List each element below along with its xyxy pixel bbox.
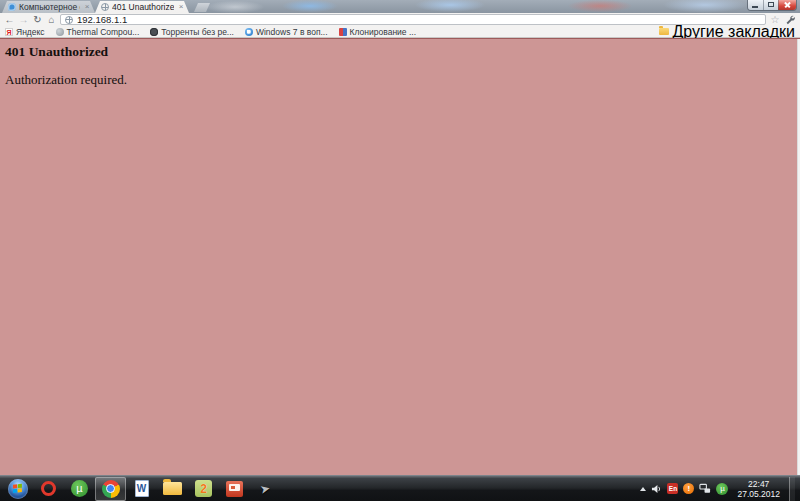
minimize-icon xyxy=(752,6,758,8)
start-button[interactable] xyxy=(2,477,33,501)
windows-icon xyxy=(245,28,253,36)
taskbar-explorer-button[interactable] xyxy=(157,477,188,501)
utorrent-icon: µ xyxy=(71,480,88,497)
windows-flag-icon xyxy=(12,483,23,494)
bookmark-yandex[interactable]: Я Яндекс xyxy=(5,27,45,37)
tab-title: Компьютерное обору xyxy=(19,2,80,12)
taskbar-word-button[interactable]: W xyxy=(126,477,157,501)
utorrent-tray-icon[interactable]: µ xyxy=(716,483,728,495)
taskbar-powerpoint-button[interactable] xyxy=(219,477,250,501)
minimize-button[interactable] xyxy=(748,0,763,10)
bookmark-torrents[interactable]: Торренты без ре... xyxy=(150,27,234,37)
forum-bubble-icon xyxy=(8,3,16,11)
network-icon[interactable] xyxy=(699,483,711,494)
clock-date: 27.05.2012 xyxy=(737,489,780,499)
explorer-folder-icon xyxy=(163,482,182,495)
tab-title: 401 Unauthorized xyxy=(112,2,174,12)
clone-icon xyxy=(339,28,347,36)
taskbar-chrome-button[interactable] xyxy=(95,477,126,501)
word-icon: W xyxy=(135,480,149,497)
new-tab-button[interactable] xyxy=(194,3,210,12)
taskbar-utorrent-button[interactable]: µ xyxy=(64,477,95,501)
folder-icon xyxy=(659,28,669,35)
reload-icon[interactable]: ↻ xyxy=(32,14,43,25)
tab-close-icon[interactable]: × xyxy=(83,3,91,11)
maximize-button[interactable] xyxy=(763,0,778,10)
forward-icon[interactable]: → xyxy=(18,14,29,25)
page-body-text: Authorization required. xyxy=(5,72,127,88)
system-tray: En ! µ 22:47 27.05.2012 xyxy=(640,477,798,501)
chrome-icon xyxy=(102,480,120,498)
window-controls xyxy=(748,0,796,10)
page-content: 401 Unauthorized Authorization required. xyxy=(0,38,800,475)
url-text[interactable]: 192.168.1.1 xyxy=(77,15,127,25)
arrow-app-icon: ➤ xyxy=(259,482,271,496)
page-heading: 401 Unauthorized xyxy=(5,44,108,60)
taskbar: µ W 2 ➤ En ! xyxy=(0,475,800,501)
hidden-icons-arrow-icon[interactable] xyxy=(640,487,646,491)
punto-switcher-language-icon[interactable]: En xyxy=(667,483,678,494)
clock-time: 22:47 xyxy=(748,479,769,489)
bookmark-label: Яндекс xyxy=(16,27,45,37)
powerpoint-icon xyxy=(226,481,243,497)
bookmark-windows7[interactable]: Windows 7 в воп... xyxy=(245,27,328,37)
alert-notification-icon[interactable]: ! xyxy=(683,483,694,494)
torrent-icon xyxy=(150,28,158,36)
back-icon[interactable]: ← xyxy=(4,14,15,25)
home-icon[interactable]: ⌂ xyxy=(46,14,57,25)
tab-close-icon[interactable]: × xyxy=(177,3,185,11)
taskbar-opera-button[interactable] xyxy=(33,477,64,501)
site-globe-icon xyxy=(65,16,73,24)
bookmark-cloning[interactable]: Клонирование ... xyxy=(339,27,416,37)
tab-computer-forum[interactable]: Компьютерное обору × xyxy=(2,1,95,13)
bookmark-thermal[interactable]: Thermal Compou... xyxy=(56,27,140,37)
bookmark-label: Windows 7 в воп... xyxy=(256,27,328,37)
taskbar-arrow-app-button[interactable]: ➤ xyxy=(250,477,281,501)
show-desktop-button[interactable] xyxy=(789,477,795,501)
taskbar-clock[interactable]: 22:47 27.05.2012 xyxy=(733,479,784,499)
windows-orb-icon xyxy=(8,479,28,499)
2gis-digit: 2 xyxy=(200,482,207,496)
maximize-icon xyxy=(768,2,774,7)
volume-icon[interactable] xyxy=(651,484,662,494)
thermal-icon xyxy=(56,28,64,36)
bookmark-label: Торренты без ре... xyxy=(161,27,234,37)
bookmark-label: Thermal Compou... xyxy=(67,27,140,37)
yandex-icon: Я xyxy=(5,28,13,36)
bookmarks-bar: Я Яндекс Thermal Compou... Торренты без … xyxy=(0,26,800,38)
tab-401-unauthorized[interactable]: 401 Unauthorized × xyxy=(95,1,189,13)
opera-icon xyxy=(41,481,56,496)
close-button[interactable] xyxy=(778,0,796,10)
taskbar-2gis-button[interactable]: 2 xyxy=(188,477,219,501)
bookmark-label: Клонирование ... xyxy=(350,27,416,37)
screen: Компьютерное обору × 401 Unauthorized × … xyxy=(0,0,800,501)
2gis-icon: 2 xyxy=(195,480,212,497)
globe-icon xyxy=(101,3,109,11)
tab-strip: Компьютерное обору × 401 Unauthorized × xyxy=(0,0,800,13)
